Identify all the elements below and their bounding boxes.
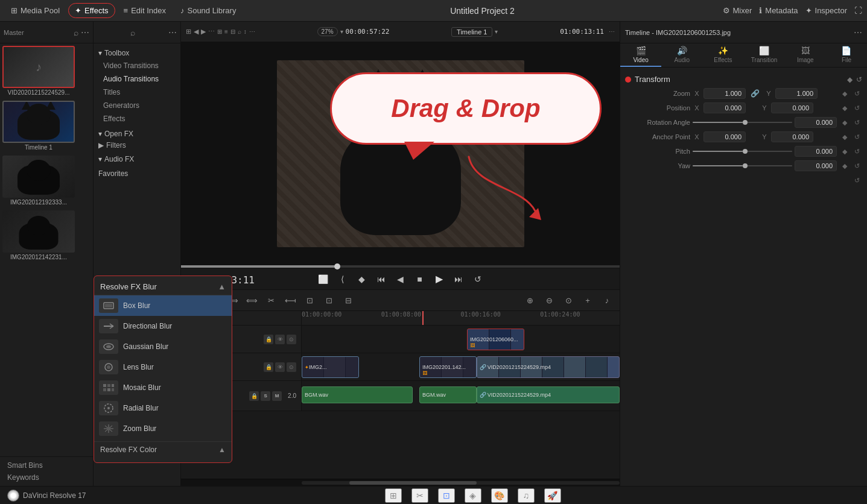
pitch-reset-icon[interactable]: ↺: [851, 146, 862, 157]
nav-effects[interactable]: ✦ Effects: [68, 3, 115, 18]
toolbar-detail-icon[interactable]: ⊟: [230, 28, 235, 35]
prev-frame-btn[interactable]: ⟨: [335, 272, 350, 286]
audio-transitions-item[interactable]: Audio Transitions: [94, 72, 180, 86]
nav-media-pool[interactable]: ⊞ Media Pool: [5, 4, 66, 17]
rotation-keyframe-icon[interactable]: ◆: [839, 117, 850, 128]
pitch-keyframe-icon[interactable]: ◆: [839, 146, 850, 157]
insp-tab-image[interactable]: 🖼 Image: [785, 43, 826, 67]
nav-fullscreen[interactable]: ⛶: [854, 6, 862, 15]
toolbar-search-icon[interactable]: ⌕: [238, 28, 241, 35]
fairlight-nav-btn[interactable]: ♫: [518, 488, 535, 503]
nav-inspector[interactable]: ✦ Inspector: [805, 6, 847, 15]
favorites-header[interactable]: Favorites: [94, 168, 180, 180]
skip-fwd-btn[interactable]: ⏭: [451, 272, 466, 286]
timeline-playhead[interactable]: [422, 311, 424, 325]
inspector-more-icon[interactable]: ⋯: [854, 28, 862, 37]
skip-back-btn[interactable]: ⏮: [374, 272, 389, 286]
position-keyframe-icon[interactable]: ◆: [839, 102, 850, 113]
effects-search-icon[interactable]: ⌕: [130, 28, 135, 37]
next-mark-btn[interactable]: ◆: [355, 272, 369, 286]
toolbar-more2-icon[interactable]: ⋯: [249, 28, 255, 35]
toolbar-sort-icon[interactable]: ↕: [244, 28, 247, 35]
anchor-y-value[interactable]: 0.000: [771, 131, 813, 142]
a1-s-icon[interactable]: S: [261, 391, 270, 401]
yaw-value[interactable]: 0.000: [795, 160, 837, 171]
gaussian-blur-item[interactable]: Gaussian Blur: [94, 336, 232, 357]
transform-keyframe-icon[interactable]: ◆: [847, 75, 853, 84]
nav-sound-library[interactable]: ♪ Sound Library: [174, 4, 242, 17]
open-fx-header[interactable]: ▾ Open FX: [94, 128, 180, 140]
color-nav-btn[interactable]: 🎨: [491, 488, 508, 503]
v2-eye-icon[interactable]: 👁: [275, 335, 285, 344]
crop-btn[interactable]: ⬜: [316, 272, 331, 286]
zoom-level[interactable]: 27%: [317, 27, 338, 36]
stop-btn[interactable]: ■: [413, 272, 427, 286]
filters-group[interactable]: ▶ Filters: [94, 140, 180, 151]
lens-blur-item[interactable]: Lens Blur: [94, 357, 232, 377]
position-y-value[interactable]: 0.000: [771, 102, 813, 113]
preview-scrubber[interactable]: [181, 265, 620, 268]
toolbar-list-icon[interactable]: ≡: [224, 28, 228, 35]
v1-clip-1[interactable]: IMG202201.142... 🖼: [419, 356, 477, 378]
effects-item[interactable]: Effects: [94, 112, 180, 125]
nav-metadata[interactable]: ℹ Metadata: [759, 6, 798, 15]
timeline-scrollbar[interactable]: [181, 479, 620, 486]
timeline-select-btn[interactable]: ⊡: [302, 292, 317, 308]
v1-eye-icon[interactable]: 👁: [275, 362, 285, 372]
zoom-link-icon[interactable]: 🔗: [751, 89, 760, 98]
box-blur-item[interactable]: Box Blur: [94, 295, 232, 316]
search-icon[interactable]: ⌕: [74, 28, 78, 37]
toolbox-header[interactable]: ▾ Toolbox: [94, 47, 180, 59]
titles-item[interactable]: Titles: [94, 86, 180, 99]
blur-footer-chevron-icon[interactable]: ▲: [218, 446, 226, 454]
toolbar-forward-icon[interactable]: ▶: [201, 28, 206, 36]
zoom-reset-icon[interactable]: ↺: [851, 88, 862, 99]
insp-tab-audio[interactable]: 🔊 Audio: [661, 43, 702, 67]
anchor-keyframe-icon[interactable]: ◆: [839, 131, 850, 142]
timeline-name[interactable]: Timeline 1: [451, 27, 492, 37]
a1-m-icon[interactable]: M: [272, 391, 282, 401]
timeline-add-btn[interactable]: +: [580, 292, 595, 308]
yaw-reset-icon[interactable]: ↺: [851, 160, 862, 171]
insp-tab-video[interactable]: 🎬 Video: [620, 43, 661, 67]
zoom-blur-item[interactable]: Zoom Blur: [94, 418, 232, 439]
audio-fx-header[interactable]: ▾ Audio FX: [94, 153, 180, 165]
fusion-nav-btn[interactable]: ◈: [465, 488, 481, 503]
pitch-slider[interactable]: [693, 147, 792, 156]
directional-blur-item[interactable]: Directional Blur: [94, 316, 232, 336]
rotation-value[interactable]: 0.000: [795, 117, 837, 128]
timeline-multi-btn[interactable]: ⊡: [321, 292, 337, 308]
timeline-zoom-in-btn[interactable]: ⊕: [522, 292, 538, 308]
toolbar-more-icon[interactable]: ⋯: [208, 28, 215, 36]
edit-nav-btn[interactable]: ⊡: [438, 488, 455, 503]
rotation-reset-icon[interactable]: ↺: [851, 117, 862, 128]
timeline-hand-btn[interactable]: ⊟: [340, 292, 356, 308]
smart-bins-item[interactable]: Smart Bins: [5, 459, 88, 471]
anchor-x-value[interactable]: 0.000: [703, 131, 746, 142]
timeline-blade-btn[interactable]: ✂: [263, 292, 279, 308]
v1-lock-icon[interactable]: 🔒: [264, 362, 273, 372]
more-icon[interactable]: ⋯: [81, 28, 89, 37]
insp-tab-transition[interactable]: ⬜ Transition: [744, 43, 785, 67]
radial-blur-item[interactable]: Radial Blur: [94, 398, 232, 418]
position-x-value[interactable]: 0.000: [703, 102, 746, 113]
timeline-zoom-out-btn[interactable]: ⊖: [541, 292, 557, 308]
thumbnail-item[interactable]: ♪ VID20201215224529...: [2, 46, 91, 96]
anchor-reset-icon[interactable]: ↺: [851, 131, 862, 142]
a1-clip-2[interactable]: 🔗 VID20201215224529.mp4: [477, 386, 620, 403]
timeline-slip-btn[interactable]: ⟻: [282, 292, 298, 308]
v1-clip-0[interactable]: ✦ IMG2...: [302, 356, 359, 378]
timeline-audio-btn[interactable]: ♪: [599, 292, 615, 308]
timeline-fit-btn[interactable]: ⊙: [561, 292, 576, 308]
v2-lock-icon[interactable]: 🔒: [264, 335, 273, 344]
thumbnail-item[interactable]: IMG202012192333...: [2, 156, 91, 206]
zoom-x-value[interactable]: 1.000: [703, 88, 746, 99]
zoom-y-value[interactable]: 1.000: [775, 88, 818, 99]
thumbnail-item[interactable]: Timeline 1: [2, 101, 91, 151]
rotation-slider[interactable]: [693, 118, 792, 127]
a1-clip-0[interactable]: BGM.wav: [302, 386, 413, 403]
yaw-keyframe-icon[interactable]: ◆: [839, 160, 850, 171]
generators-item[interactable]: Generators: [94, 99, 180, 112]
media-pool-nav-btn[interactable]: ⊞: [385, 488, 402, 503]
deliver-nav-btn[interactable]: 🚀: [544, 488, 561, 503]
